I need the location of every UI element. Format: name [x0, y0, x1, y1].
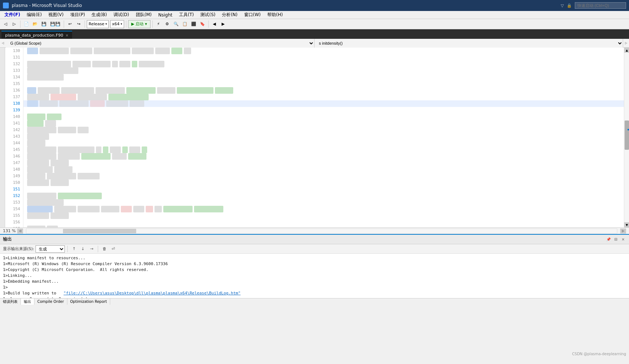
back-button[interactable]: ◁	[1, 20, 10, 28]
menu-build[interactable]: 生成(B)	[89, 11, 110, 19]
save-button[interactable]: 💾	[40, 20, 48, 28]
output-float-btn[interactable]: ⊟	[613, 237, 619, 242]
code-line-145[interactable]	[23, 146, 624, 153]
menu-window[interactable]: 窗口(W)	[241, 11, 264, 19]
scroll-down-btn[interactable]: ▼	[624, 222, 629, 227]
save-all-button[interactable]: 💾💾	[49, 20, 62, 28]
run-button[interactable]: ▶ 启动 ▾	[128, 20, 150, 28]
code-line-130[interactable]	[23, 48, 624, 54]
tab-main-file[interactable]: plasma_data_production.F90 ×	[1, 31, 72, 39]
code-line-140[interactable]	[23, 114, 624, 120]
code-block	[122, 146, 128, 153]
quick-launch-input[interactable]	[575, 2, 626, 9]
hscroll-left-btn[interactable]: ◁	[17, 229, 23, 234]
code-line-132[interactable]	[23, 61, 624, 67]
code-line-150[interactable]	[23, 179, 624, 186]
code-line-138[interactable]	[23, 100, 624, 107]
hscroll-thumb[interactable]	[63, 229, 136, 233]
toolbar-btn6[interactable]: 🔖	[198, 20, 206, 28]
editor-area: 130 131 132 133 134 135 136 137 138 139 …	[0, 48, 629, 227]
code-line-148[interactable]	[23, 166, 624, 173]
new-file-button[interactable]: 📄	[22, 20, 30, 28]
config-dropdown[interactable]: Release ▾	[87, 20, 109, 28]
out-goto-prev-btn[interactable]: ↑	[70, 245, 78, 253]
hscroll-right-btn[interactable]: ▷	[620, 229, 626, 234]
btab-errors[interactable]: 错误列表	[0, 298, 21, 305]
btab-output[interactable]: 输出	[21, 298, 34, 305]
code-block	[59, 100, 89, 107]
open-button[interactable]: 📂	[31, 20, 39, 28]
code-line-151[interactable]	[23, 186, 624, 193]
scope-left-select[interactable]: G (Global Scope)	[6, 39, 314, 48]
code-line-136[interactable]	[23, 87, 624, 94]
btab-optimization[interactable]: Optimization Report	[67, 298, 110, 305]
out-goto-file-btn[interactable]: →	[88, 245, 95, 253]
line-num-130: 130	[5, 48, 20, 54]
output-content[interactable]: 1>Linking manifest to resources... 1>Mic…	[0, 254, 629, 298]
menu-test[interactable]: 测试(S)	[197, 11, 218, 19]
output-pin-btn[interactable]: 📌	[606, 237, 611, 242]
toolbar-btn7[interactable]: ◀	[211, 20, 219, 28]
code-line-133[interactable]	[23, 67, 624, 74]
menu-view[interactable]: 视图(V)	[45, 11, 67, 19]
scroll-thumb[interactable]	[625, 120, 629, 150]
code-line-154[interactable]	[23, 206, 624, 212]
output-panel: 输出 📌 ⊟ × 显示输出来源(S): 生成 ↑ ↓ → 🗑 ⏎ 1>Linki…	[0, 234, 629, 298]
code-line-155[interactable]	[23, 212, 624, 219]
toolbar-btn1[interactable]: ⚡	[155, 20, 163, 28]
toolbar-btn8[interactable]: ▶	[219, 20, 227, 28]
scope-right-collapse[interactable]: ▷	[623, 39, 629, 48]
scope-right-select[interactable]: s initdensity()	[314, 39, 623, 48]
scroll-track[interactable]	[624, 53, 629, 222]
code-line-146[interactable]	[23, 153, 624, 160]
code-block	[47, 226, 58, 227]
toolbar-btn2[interactable]: ⚙	[163, 20, 171, 28]
out-word-wrap-btn[interactable]: ⏎	[109, 245, 117, 253]
code-line-134[interactable]	[23, 74, 624, 81]
undo-button[interactable]: ↩	[66, 20, 74, 28]
menu-project[interactable]: 项目(P)	[67, 11, 88, 19]
code-line-141[interactable]	[23, 120, 624, 127]
code-line-131[interactable]	[23, 54, 624, 61]
code-line-152[interactable]	[23, 193, 624, 199]
toolbar-btn5[interactable]: ⬛	[190, 20, 198, 28]
menu-edit[interactable]: 编辑(E)	[24, 11, 45, 19]
code-line-149[interactable]	[23, 173, 624, 179]
code-line-142[interactable]	[23, 127, 624, 133]
code-line-147[interactable]	[23, 160, 624, 166]
menu-debug[interactable]: 调试(D)	[111, 11, 132, 19]
code-line-144[interactable]	[23, 140, 624, 146]
platform-dropdown[interactable]: x64 ▾	[110, 20, 124, 28]
menu-analyze[interactable]: 分析(N)	[219, 11, 240, 19]
filter-icon[interactable]: ▽	[561, 3, 564, 8]
code-line-135[interactable]	[23, 81, 624, 87]
code-editor[interactable]	[23, 48, 624, 227]
build-log-link[interactable]: "file://C:\Users\asus\Desktop\dll\plasma…	[64, 291, 241, 296]
toolbar-btn3[interactable]: 🔍	[172, 20, 180, 28]
code-line-143[interactable]	[23, 133, 624, 140]
code-line-153[interactable]	[23, 199, 624, 206]
scope-left-collapse[interactable]: ◁	[0, 39, 6, 48]
out-goto-next-btn[interactable]: ↓	[79, 245, 86, 253]
code-line-137[interactable]	[23, 94, 624, 100]
menu-tools[interactable]: 工具(T)	[176, 11, 197, 19]
output-close-btn[interactable]: ×	[620, 237, 626, 242]
lock-icon[interactable]: 🔒	[567, 3, 572, 8]
forward-button[interactable]: ▷	[10, 20, 18, 28]
btab-compile-order[interactable]: Compile Order	[34, 298, 67, 305]
menu-team[interactable]: 团队(M)	[133, 11, 155, 19]
code-line-139[interactable]	[23, 107, 624, 114]
out-clear-btn[interactable]: 🗑	[101, 245, 108, 253]
output-source-select[interactable]: 生成	[36, 245, 65, 253]
hscroll-track[interactable]	[26, 229, 617, 234]
scroll-up-btn[interactable]: ▲	[624, 48, 629, 53]
redo-button[interactable]: ↪	[75, 20, 83, 28]
editor-vscrollbar[interactable]: ▲ ▼	[624, 48, 629, 227]
menu-nsight[interactable]: Nsight	[155, 12, 175, 18]
code-line-157[interactable]	[23, 226, 624, 227]
tab-close-btn[interactable]: ×	[66, 33, 68, 37]
toolbar-btn4[interactable]: 📋	[181, 20, 189, 28]
code-line-156[interactable]	[23, 219, 624, 226]
menu-help[interactable]: 帮助(H)	[264, 11, 286, 19]
menu-file[interactable]: 文件(F)	[1, 11, 23, 19]
